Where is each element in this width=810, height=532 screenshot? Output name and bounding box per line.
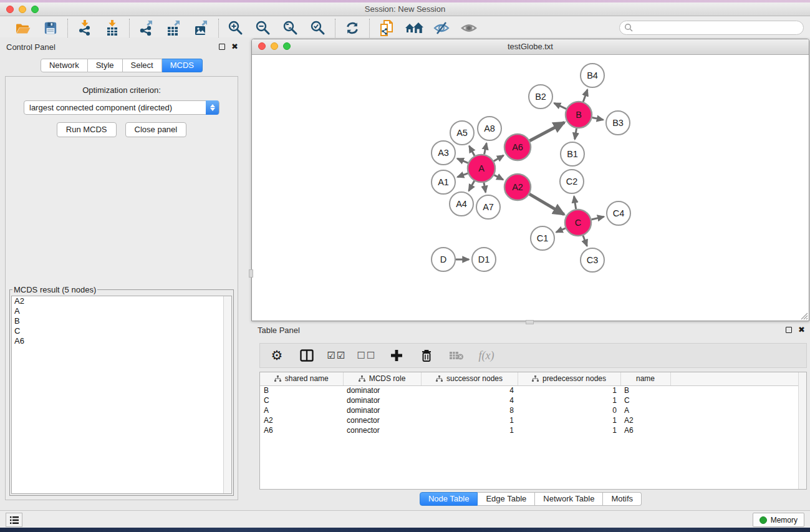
column-header-predecessor-nodes[interactable]: predecessor nodes	[518, 372, 620, 385]
mcds-result-item[interactable]: B	[12, 316, 231, 326]
cell-mcds-role[interactable]: connector	[343, 415, 421, 425]
open-session-icon[interactable]	[14, 19, 32, 37]
deselect-all-checkboxes-icon[interactable]: ☐☐	[359, 347, 375, 364]
close-window-button[interactable]	[6, 6, 14, 13]
edge-C-C1[interactable]	[556, 228, 566, 233]
splitter-handle-vertical[interactable]	[249, 269, 253, 278]
network-close-button[interactable]	[258, 42, 266, 50]
graph-node-B2[interactable]: B2	[529, 85, 552, 109]
graph-node-A3[interactable]: A3	[432, 141, 455, 165]
zoom-in-icon[interactable]	[226, 19, 245, 37]
splitter-handle-horizontal[interactable]	[526, 320, 534, 324]
cell-predecessor-nodes[interactable]: 1	[518, 415, 620, 425]
mcds-result-item[interactable]: A6	[12, 336, 231, 346]
edge-A-A8[interactable]	[485, 143, 487, 155]
hide-graphics-details-icon[interactable]	[432, 19, 451, 37]
edge-A-A3[interactable]	[457, 158, 468, 163]
cell-mcds-role[interactable]: dominator	[343, 405, 421, 415]
cell-shared-name[interactable]: A2	[260, 415, 343, 425]
column-header-name[interactable]: name	[620, 372, 670, 385]
graph-node-A2[interactable]: A2	[504, 174, 531, 200]
graph-node-A5[interactable]: A5	[450, 121, 474, 145]
tab-select[interactable]: Select	[123, 59, 162, 72]
zoom-selected-icon[interactable]	[309, 19, 327, 37]
float-panel-icon[interactable]	[219, 44, 225, 50]
graph-node-B4[interactable]: B4	[581, 64, 604, 87]
table-row[interactable]: Adominator80A	[260, 405, 806, 415]
export-network-icon[interactable]	[137, 19, 156, 37]
memory-button[interactable]: Memory	[753, 513, 804, 527]
select-all-checkboxes-icon[interactable]: ☑☑	[329, 347, 345, 364]
network-minimize-button[interactable]	[271, 42, 278, 50]
zoom-window-button[interactable]	[31, 6, 39, 13]
edge-B-B1[interactable]	[575, 128, 577, 140]
cell-predecessor-nodes[interactable]: 1	[518, 395, 620, 405]
graph-node-B3[interactable]: B3	[606, 111, 630, 135]
cell-name[interactable]: A	[620, 405, 670, 415]
refresh-view-icon[interactable]	[343, 19, 362, 37]
cell-successor-nodes[interactable]: 4	[421, 385, 518, 395]
table-close-panel-icon[interactable]: ✖	[798, 327, 805, 333]
mcds-result-item[interactable]: C	[12, 326, 231, 336]
mcds-result-list[interactable]: A2ABCA6	[11, 296, 232, 494]
column-header-successor-nodes[interactable]: successor nodes	[421, 372, 518, 385]
edge-A-A7[interactable]	[484, 183, 486, 193]
tab-network[interactable]: Network	[41, 59, 88, 72]
graph-node-C3[interactable]: C3	[581, 248, 604, 272]
function-builder-fx-icon[interactable]: f(x)	[478, 347, 494, 364]
home-layout-icon[interactable]	[405, 19, 423, 37]
export-image-icon[interactable]	[192, 19, 211, 37]
cell-predecessor-nodes[interactable]: 0	[518, 405, 620, 415]
edge-A-A1[interactable]	[458, 173, 468, 177]
delete-column-trash-icon[interactable]	[418, 347, 435, 364]
cell-predecessor-nodes[interactable]: 1	[518, 425, 620, 435]
tab-mcds[interactable]: MCDS	[162, 59, 203, 72]
graph-node-C[interactable]: C	[565, 210, 591, 236]
edge-A-A2[interactable]	[494, 175, 503, 180]
edge-B-B3[interactable]	[592, 117, 604, 120]
cell-mcds-role[interactable]: connector	[343, 425, 421, 435]
edge-A6-B[interactable]	[529, 122, 564, 141]
cell-successor-nodes[interactable]: 1	[421, 415, 518, 425]
network-window-titlebar[interactable]: testGlobe.txt	[252, 39, 809, 55]
cell-predecessor-nodes[interactable]: 1	[518, 385, 620, 395]
mcds-result-item[interactable]: A	[12, 306, 231, 316]
graph-node-D1[interactable]: D1	[472, 248, 496, 271]
import-network-icon[interactable]	[75, 19, 94, 37]
cell-successor-nodes[interactable]: 1	[421, 425, 518, 435]
edge-C-C2[interactable]	[574, 196, 576, 210]
split-view-columns-icon[interactable]	[299, 347, 315, 364]
export-table-icon[interactable]	[165, 19, 183, 37]
graph-node-C1[interactable]: C1	[531, 226, 554, 250]
column-header-shared-name[interactable]: shared name	[260, 372, 343, 385]
graph-node-A8[interactable]: A8	[478, 117, 501, 140]
edge-B-B2[interactable]	[554, 103, 566, 109]
edge-A-A6[interactable]	[494, 155, 504, 161]
cell-name[interactable]: A6	[620, 425, 670, 435]
graph-node-D[interactable]: D	[432, 248, 455, 271]
duplicate-network-icon[interactable]	[377, 19, 396, 37]
tab-motifs[interactable]: Motifs	[603, 492, 642, 506]
zoom-fit-icon[interactable]	[281, 19, 300, 37]
network-canvas[interactable]: AA1A3A5A8A4A7A6A2BB1B2B3B4CC1C2C3C4DD1	[252, 55, 809, 321]
cell-mcds-role[interactable]: dominator	[343, 385, 421, 395]
edge-A2-C[interactable]	[529, 194, 564, 215]
task-history-button[interactable]	[6, 513, 22, 527]
cell-name[interactable]: B	[620, 385, 670, 395]
table-float-panel-icon[interactable]	[786, 327, 792, 333]
zoom-out-icon[interactable]	[254, 19, 272, 37]
table-row[interactable]: Bdominator41B	[260, 385, 806, 395]
graph-node-A7[interactable]: A7	[476, 195, 500, 219]
edge-A-A4[interactable]	[469, 181, 475, 191]
cell-name[interactable]: C	[620, 395, 670, 405]
criterion-dropdown[interactable]: largest connected component (directed)	[24, 100, 219, 115]
show-graphics-details-icon[interactable]	[460, 19, 478, 37]
table-row[interactable]: A6connector11A6	[260, 425, 806, 435]
cell-successor-nodes[interactable]: 4	[421, 395, 518, 405]
close-panel-button[interactable]: Close panel	[125, 122, 187, 137]
search-input[interactable]	[619, 21, 804, 35]
close-panel-icon[interactable]: ✖	[231, 44, 238, 50]
cell-successor-nodes[interactable]: 8	[421, 405, 518, 415]
cell-shared-name[interactable]: C	[260, 395, 343, 405]
table-row[interactable]: Cdominator41C	[260, 395, 806, 405]
